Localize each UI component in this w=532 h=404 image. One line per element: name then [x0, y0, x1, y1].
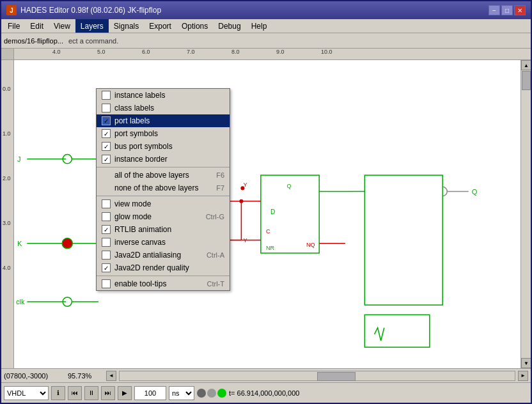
shortcut-all-above: F6	[216, 171, 224, 179]
scroll-right-button[interactable]: ►	[518, 371, 528, 381]
menu-edit[interactable]: Edit	[25, 19, 49, 33]
label-port-labels: port labels	[114, 116, 150, 125]
separator-1	[97, 167, 230, 167]
svg-text:Q: Q	[286, 183, 291, 189]
menu-export[interactable]: Export	[144, 19, 176, 33]
fast-forward-button[interactable]: ⏭	[101, 386, 115, 400]
menu-signals[interactable]: Signals	[109, 19, 144, 33]
rewind-button[interactable]: ⏮	[68, 386, 82, 400]
canvas-area[interactable]: J K clk	[14, 60, 520, 368]
ruler-area: 4.0 5.0 6.0 7.0 8.0 9.0 10.0	[1, 49, 531, 60]
scroll-left-button[interactable]: ◄	[106, 371, 116, 381]
ruler-tick-6: 6.0	[142, 49, 150, 55]
bottom-bar: VHDL ℹ ⏮ ⏸ ⏭ ▶ ns t= 66.914,000,000,000	[1, 382, 531, 403]
menu-view[interactable]: View	[49, 19, 75, 33]
minimize-button[interactable]: −	[489, 5, 500, 15]
dot-2	[207, 389, 216, 398]
close-button[interactable]: ✕	[514, 5, 526, 15]
menu-options[interactable]: Options	[176, 19, 213, 33]
checkbox-view-mode[interactable]	[102, 199, 111, 208]
svg-rect-42	[364, 315, 430, 347]
checkbox-port-labels[interactable]	[102, 116, 111, 125]
menu-item-rtlib-animation[interactable]: RTLIB animation	[97, 223, 230, 236]
checkbox-java2d-antialiasing[interactable]	[102, 251, 111, 260]
menu-item-instance-border[interactable]: instance border	[97, 153, 230, 166]
scrollbar-horizontal[interactable]	[119, 371, 515, 381]
menu-help[interactable]: Help	[246, 19, 272, 33]
menu-item-all-above[interactable]: all of the above layers F6	[97, 169, 230, 182]
language-select[interactable]: VHDL	[4, 386, 49, 400]
maximize-button[interactable]: □	[501, 5, 513, 15]
menu-item-class-labels[interactable]: class labels	[97, 102, 230, 114]
label-rtlib-animation: RTLIB animation	[114, 225, 171, 234]
checkbox-bus-port-symbols[interactable]	[102, 142, 111, 151]
time-unit-select[interactable]: ns	[169, 386, 194, 400]
scroll-thumb-v[interactable]	[522, 71, 531, 90]
window-title: HADES Editor 0.98f (08.02.06) JK-flipflo…	[20, 6, 161, 15]
info-button[interactable]: ℹ	[51, 386, 65, 400]
checkbox-port-symbols[interactable]	[102, 129, 111, 138]
menu-item-bus-port-symbols[interactable]: bus port symbols	[97, 140, 230, 153]
label-instance-labels: instance labels	[114, 91, 165, 100]
shortcut-glow-mode: Ctrl-G	[206, 213, 224, 221]
scroll-down-button[interactable]: ▼	[521, 358, 531, 368]
checkbox-rtlib-animation[interactable]	[102, 225, 111, 234]
checkbox-inverse-canvas[interactable]	[102, 238, 111, 247]
menu-item-port-symbols[interactable]: port symbols	[97, 127, 230, 140]
label-java2d-antialiasing: Java2D antialiasing	[114, 251, 181, 260]
checkbox-glow-mode[interactable]	[102, 212, 111, 221]
menu-debug[interactable]: Debug	[213, 19, 246, 33]
menu-layers[interactable]: Layers	[75, 19, 109, 33]
scroll-up-button[interactable]: ▲	[521, 60, 531, 70]
ruler-v-tick-0: 0.0	[3, 86, 11, 92]
menu-item-inverse-canvas[interactable]: inverse canvas	[97, 236, 230, 249]
ruler-corner	[1, 49, 14, 59]
toolbar: demos/16-flipflop... ect a command.	[1, 33, 531, 49]
menu-item-view-mode[interactable]: view mode	[97, 198, 230, 210]
menu-item-glow-mode[interactable]: glow mode Ctrl-G	[97, 210, 230, 223]
svg-text:C: C	[266, 228, 270, 235]
svg-text:clk: clk	[16, 298, 25, 306]
checkbox-instance-border[interactable]	[102, 155, 111, 164]
window-controls: − □ ✕	[489, 5, 526, 15]
ruler-tick-4: 4.0	[52, 49, 61, 55]
menu-item-instance-labels[interactable]: instance labels	[97, 89, 230, 102]
separator-2	[97, 196, 230, 196]
shortcut-java2d-antialiasing: Ctrl-A	[207, 251, 224, 259]
svg-point-7	[62, 238, 72, 249]
menu-item-none-above[interactable]: none of the above layers F7	[97, 182, 230, 194]
checkbox-java2d-render[interactable]	[102, 263, 111, 272]
menu-item-java2d-render[interactable]: Java2D render quality	[97, 261, 230, 274]
play-button[interactable]: ▶	[118, 386, 132, 400]
dot-3	[217, 389, 226, 398]
checkbox-instance-labels[interactable]	[102, 91, 111, 100]
checkbox-class-labels[interactable]	[102, 104, 111, 113]
pause-button[interactable]: ⏸	[84, 386, 98, 400]
svg-text:Q: Q	[472, 188, 478, 196]
checkbox-enable-tooltips[interactable]	[102, 279, 111, 288]
ruler-v-tick-3: 3.0	[3, 220, 11, 226]
scroll-thumb-h[interactable]	[317, 372, 356, 381]
label-port-symbols: port symbols	[114, 129, 158, 138]
label-view-mode: view mode	[114, 199, 151, 208]
ruler-tick-5: 5.0	[97, 49, 106, 55]
label-bus-port-symbols: bus port symbols	[114, 142, 173, 151]
label-class-labels: class labels	[114, 104, 154, 113]
menu-item-port-labels[interactable]: port labels	[97, 114, 230, 127]
svg-text:K: K	[17, 240, 22, 247]
shortcut-none-above: F7	[216, 184, 224, 192]
shortcut-enable-tooltips: Ctrl-T	[207, 280, 225, 288]
label-instance-border: instance border	[114, 155, 168, 164]
scroll-track-v[interactable]	[521, 70, 531, 358]
separator-3	[97, 276, 230, 276]
menu-item-enable-tooltips[interactable]: enable tool-tips Ctrl-T	[97, 277, 230, 290]
ruler-v-tick-1: 1.0	[3, 130, 11, 137]
layers-dropdown-menu[interactable]: instance labels class labels port labels	[96, 88, 230, 291]
ruler-tick-8: 8.0	[231, 49, 240, 55]
scrollbar-vertical[interactable]: ▲ ▼	[520, 60, 531, 368]
title-bar: J HADES Editor 0.98f (08.02.06) JK-flipf…	[1, 1, 531, 19]
file-path: demos/16-flipflop...	[4, 37, 63, 45]
menu-file[interactable]: File	[3, 19, 25, 33]
menu-item-java2d-antialiasing[interactable]: Java2D antialiasing Ctrl-A	[97, 249, 230, 261]
time-value-input[interactable]	[134, 386, 166, 400]
